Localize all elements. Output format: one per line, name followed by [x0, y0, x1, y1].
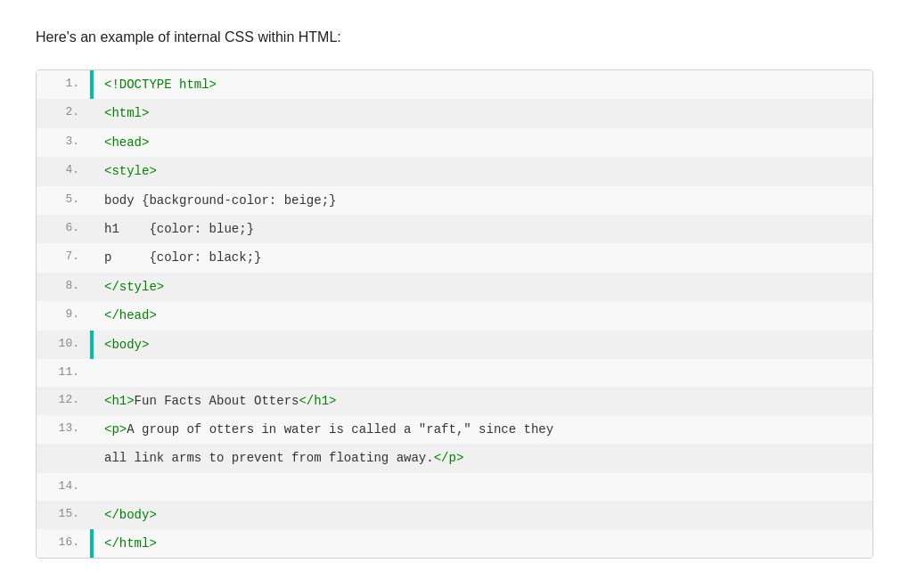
line-content: <!DOCTYPE html>: [94, 70, 872, 99]
line-content: <html>: [94, 99, 872, 127]
line-content: </body>: [94, 501, 872, 529]
line-number: 2.: [37, 99, 90, 127]
line-content: <p>A group of otters in water is called …: [94, 415, 872, 444]
code-block: 1. <!DOCTYPE html> 2. <html> 3. <head> 4…: [36, 69, 873, 559]
line-content: </html>: [94, 529, 872, 558]
line-content: <head>: [94, 128, 872, 157]
line-number: 3.: [37, 128, 90, 157]
code-line: 13. <p>A group of otters in water is cal…: [37, 415, 872, 444]
line-number: 15.: [37, 501, 90, 529]
code-line: 11.: [37, 359, 872, 387]
code-line: 4. <style>: [37, 157, 872, 185]
line-content: [94, 359, 872, 387]
line-number: 9.: [37, 301, 90, 330]
code-line: 5. body {background-color: beige;}: [37, 186, 872, 215]
code-line: 14.: [37, 473, 872, 501]
line-number: 5.: [37, 186, 90, 215]
line-content: p {color: black;}: [94, 243, 872, 272]
line-number: 10.: [37, 331, 90, 359]
line-number: [37, 444, 90, 472]
line-number: 4.: [37, 157, 90, 185]
code-line: all link arms to prevent from floating a…: [37, 444, 872, 472]
code-line: 3. <head>: [37, 128, 872, 157]
code-line: 10. <body>: [37, 331, 872, 359]
line-content: </head>: [94, 301, 872, 330]
line-content: [94, 473, 872, 501]
line-content: <h1>Fun Facts About Otters</h1>: [94, 387, 872, 415]
line-number: 7.: [37, 243, 90, 272]
code-line: 16. </html>: [37, 529, 872, 558]
line-number: 13.: [37, 415, 90, 444]
line-number: 1.: [37, 70, 90, 99]
code-line: 8. </style>: [37, 273, 872, 301]
line-content: <style>: [94, 157, 872, 185]
line-number: 14.: [37, 473, 90, 501]
intro-text: Here's an example of internal CSS within…: [36, 27, 873, 48]
line-content: <body>: [94, 331, 872, 359]
line-number: 6.: [37, 215, 90, 243]
line-content: h1 {color: blue;}: [94, 215, 872, 243]
line-content: </style>: [94, 273, 872, 301]
line-content: body {background-color: beige;}: [94, 186, 872, 215]
code-line: 12. <h1>Fun Facts About Otters</h1>: [37, 387, 872, 415]
code-line: 2. <html>: [37, 99, 872, 127]
code-line: 9. </head>: [37, 301, 872, 330]
line-content: all link arms to prevent from floating a…: [94, 444, 872, 472]
line-number: 11.: [37, 359, 90, 387]
code-line: 6. h1 {color: blue;}: [37, 215, 872, 243]
line-number: 12.: [37, 387, 90, 415]
line-number: 8.: [37, 273, 90, 301]
code-line: 1. <!DOCTYPE html>: [37, 70, 872, 99]
code-line: 15. </body>: [37, 501, 872, 529]
code-line: 7. p {color: black;}: [37, 243, 872, 272]
line-number: 16.: [37, 529, 90, 558]
